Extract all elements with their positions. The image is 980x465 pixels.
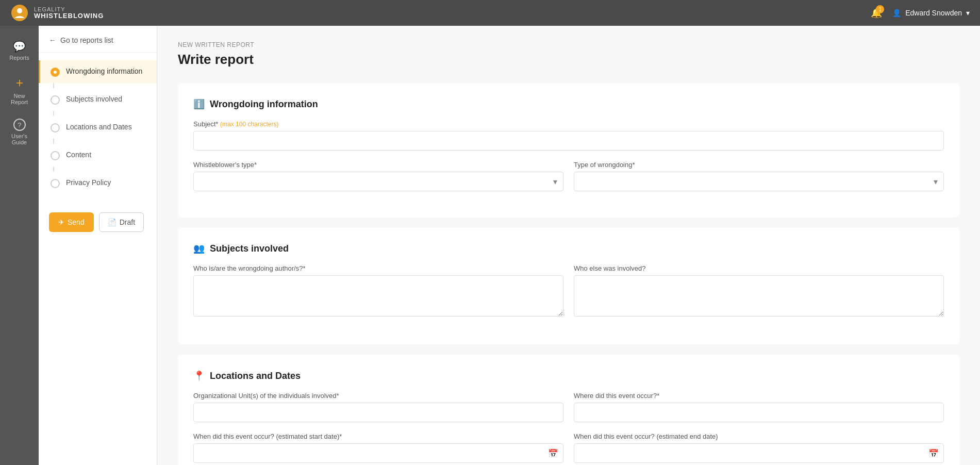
step-connector-1 bbox=[53, 83, 54, 88]
whistleblower-type-group: Whistleblower's type* bbox=[193, 161, 563, 191]
author-group: Who is/are the wrongdoing author/s?* bbox=[193, 264, 563, 319]
wrongdoing-type-select[interactable] bbox=[574, 172, 944, 191]
location-row-1: Organizational Unit(s) of the individual… bbox=[193, 392, 944, 422]
start-date-group: When did this event occur? (estimated st… bbox=[193, 433, 563, 463]
nav-step-privacy[interactable]: Privacy Policy bbox=[39, 172, 157, 194]
step-connector-3 bbox=[53, 139, 54, 144]
start-date-label: When did this event occur? (estimated st… bbox=[193, 433, 563, 440]
step-label-content: Content bbox=[66, 150, 91, 159]
locations-section: 📍 Locations and Dates Organizational Uni… bbox=[178, 355, 959, 465]
subjects-section-title: Subjects involved bbox=[210, 243, 289, 254]
where-label: Where did this event occur?* bbox=[574, 392, 944, 400]
step-circle-privacy bbox=[51, 179, 60, 188]
wrongdoing-section-header: ℹ️ Wrongdoing information bbox=[193, 98, 944, 110]
step-connector-4 bbox=[53, 167, 54, 172]
end-date-group: When did this event occur? (estimated en… bbox=[574, 433, 944, 463]
step-circle-content bbox=[51, 151, 60, 160]
send-icon: ✈ bbox=[58, 218, 64, 226]
whistleblower-type-select[interactable] bbox=[193, 172, 563, 191]
wrongdoing-section-icon: ℹ️ bbox=[193, 98, 205, 110]
user-name: Edward Snowden bbox=[905, 9, 962, 17]
nav-steps: Wrongdoing information Subjects involved… bbox=[39, 53, 157, 202]
sidebar-left: 💬 Reports ＋ New Report ? User's Guide bbox=[0, 26, 39, 465]
navbar-right: 🔔 1 👤 Edward Snowden ▾ bbox=[871, 7, 970, 19]
author-label: Who is/are the wrongdoing author/s?* bbox=[193, 264, 563, 272]
step-label-wrongdoing: Wrongdoing information bbox=[66, 67, 142, 76]
nav-actions: ✈ Send 📄 Draft bbox=[39, 202, 157, 242]
org-unit-group: Organizational Unit(s) of the individual… bbox=[193, 392, 563, 422]
step-label-locations: Locations and Dates bbox=[66, 122, 132, 131]
subject-input[interactable] bbox=[193, 131, 944, 151]
step-label-subjects: Subjects involved bbox=[66, 94, 122, 104]
sidebar-item-users-guide[interactable]: ? User's Guide bbox=[2, 114, 37, 150]
subjects-section-icon: 👥 bbox=[193, 243, 205, 254]
end-date-label: When did this event occur? (estimated en… bbox=[574, 433, 944, 440]
draft-button[interactable]: 📄 Draft bbox=[99, 212, 144, 232]
navbar: LEGALITY WHISTLEBLOWING 🔔 1 👤 Edward Sno… bbox=[0, 0, 980, 26]
nav-step-locations[interactable]: Locations and Dates bbox=[39, 116, 157, 139]
whistleblower-type-wrapper bbox=[193, 172, 563, 191]
sidebar-new-report-label: New Report bbox=[5, 93, 34, 105]
brand-whistleblowing: WHISTLEBLOWING bbox=[34, 12, 104, 20]
page-title: Write report bbox=[178, 52, 959, 68]
location-row-2: When did this event occur? (estimated st… bbox=[193, 433, 944, 463]
subjects-section: 👥 Subjects involved Who is/are the wrong… bbox=[178, 227, 959, 344]
brand-logo-area: LEGALITY WHISTLEBLOWING bbox=[10, 4, 104, 22]
locations-section-title: Locations and Dates bbox=[210, 371, 301, 381]
end-date-input[interactable] bbox=[574, 443, 944, 463]
involved-label: Who else was involved? bbox=[574, 264, 944, 272]
author-textarea[interactable] bbox=[193, 275, 563, 317]
main-layout: 💬 Reports ＋ New Report ? User's Guide ← … bbox=[0, 26, 980, 465]
reports-icon: 💬 bbox=[13, 40, 26, 53]
type-row: Whistleblower's type* Type of wrongdoing… bbox=[193, 161, 944, 191]
nav-step-subjects[interactable]: Subjects involved bbox=[39, 88, 157, 111]
step-circle-locations bbox=[51, 123, 60, 132]
locations-section-icon: 📍 bbox=[193, 370, 205, 381]
step-label-privacy: Privacy Policy bbox=[66, 178, 111, 187]
start-date-input[interactable] bbox=[193, 443, 563, 463]
notification-badge: 1 bbox=[876, 5, 884, 13]
nav-step-content[interactable]: Content bbox=[39, 144, 157, 167]
step-circle-wrongdoing bbox=[51, 68, 60, 77]
sidebar-guide-label: User's Guide bbox=[5, 133, 34, 145]
step-circle-subjects bbox=[51, 95, 60, 105]
org-unit-input[interactable] bbox=[193, 403, 563, 422]
where-input[interactable] bbox=[574, 403, 944, 422]
draft-icon: 📄 bbox=[108, 218, 117, 226]
user-menu[interactable]: 👤 Edward Snowden ▾ bbox=[892, 9, 970, 17]
send-button[interactable]: ✈ Send bbox=[49, 212, 94, 232]
sidebar-item-reports[interactable]: 💬 Reports bbox=[2, 36, 37, 65]
involved-textarea[interactable] bbox=[574, 275, 944, 317]
org-unit-label: Organizational Unit(s) of the individual… bbox=[193, 392, 563, 400]
new-report-icon: ＋ bbox=[13, 74, 26, 91]
involved-group: Who else was involved? bbox=[574, 264, 944, 319]
back-label: Go to reports list bbox=[60, 36, 113, 44]
step-connector-2 bbox=[53, 111, 54, 116]
subject-group: Subject* (max 100 characters) bbox=[193, 120, 944, 151]
nav-step-wrongdoing[interactable]: Wrongdoing information bbox=[39, 60, 157, 83]
user-avatar-icon: 👤 bbox=[892, 9, 901, 17]
subject-label: Subject* (max 100 characters) bbox=[193, 120, 944, 128]
wrongdoing-section-title: Wrongdoing information bbox=[210, 99, 318, 110]
whistleblower-type-label: Whistleblower's type* bbox=[193, 161, 563, 169]
main-content: NEW WRITTEN REPORT Write report ℹ️ Wrong… bbox=[157, 26, 980, 465]
subjects-row: Who is/are the wrongdoing author/s?* Who… bbox=[193, 264, 944, 319]
sidebar-item-new-report[interactable]: ＋ New Report bbox=[2, 70, 37, 109]
brand-icon bbox=[10, 4, 29, 22]
arrow-left-icon: ← bbox=[49, 36, 56, 44]
wrongdoing-type-group: Type of wrongdoing* bbox=[574, 161, 944, 191]
subjects-section-header: 👥 Subjects involved bbox=[193, 243, 944, 254]
wrongdoing-section: ℹ️ Wrongdoing information Subject* (max … bbox=[178, 83, 959, 217]
nav-panel: ← Go to reports list Wrongdoing informat… bbox=[39, 26, 157, 465]
locations-section-header: 📍 Locations and Dates bbox=[193, 370, 944, 381]
where-group: Where did this event occur?* bbox=[574, 392, 944, 422]
sidebar-reports-label: Reports bbox=[9, 55, 29, 61]
users-guide-icon: ? bbox=[13, 119, 26, 131]
back-to-reports[interactable]: ← Go to reports list bbox=[39, 26, 157, 53]
wrongdoing-type-label: Type of wrongdoing* bbox=[574, 161, 944, 169]
page-label: NEW WRITTEN REPORT bbox=[178, 41, 959, 48]
chevron-down-icon: ▾ bbox=[966, 9, 970, 17]
notification-button[interactable]: 🔔 1 bbox=[871, 7, 882, 19]
end-date-wrapper: 📅 bbox=[574, 443, 944, 463]
start-date-wrapper: 📅 bbox=[193, 443, 563, 463]
